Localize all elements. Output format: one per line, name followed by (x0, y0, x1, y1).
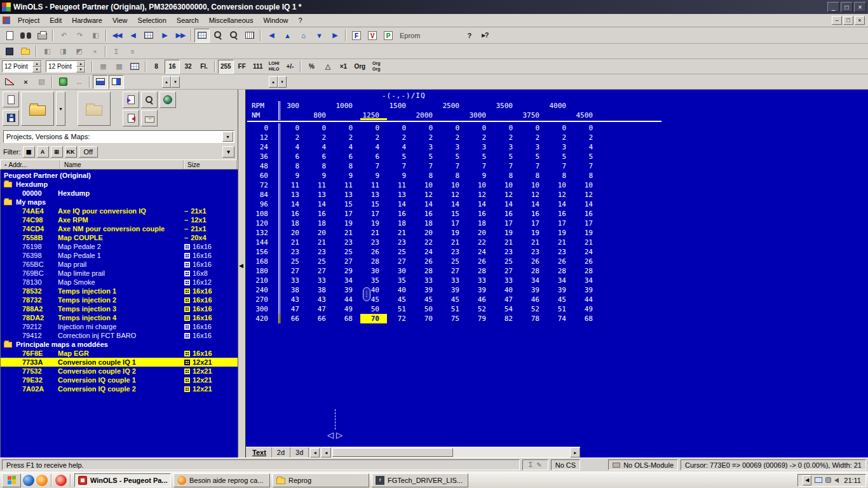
map-cell-96-4000[interactable]: 14 (547, 200, 574, 209)
map-cell-48-4500[interactable]: 7 (574, 161, 600, 171)
map-cell-120-1500[interactable]: 18 (387, 219, 414, 228)
last-version-button[interactable]: ▶▶ (173, 29, 188, 43)
map-cell-12-4000[interactable]: 2 (547, 133, 574, 142)
map-cell-132-1250[interactable]: 21 (360, 228, 387, 238)
tree-row-my-maps[interactable]: My maps (1, 198, 238, 207)
device-tray-icon[interactable] (825, 477, 831, 483)
value-stepper-2[interactable]: ▴▾ (269, 76, 287, 88)
child-restore-button[interactable]: □ (843, 16, 853, 25)
map-cell-420-3500[interactable]: 82 (494, 314, 520, 323)
flash-indicator[interactable]: F (349, 29, 364, 43)
map-cell-60-3000[interactable]: 9 (467, 171, 494, 180)
task-fgtech-driver-lis[interactable]: fFGTech_DRIVER_LIS... (372, 473, 468, 487)
map-cell-240-2000[interactable]: 39 (414, 285, 440, 295)
map-cell-132-300[interactable]: 20 (280, 228, 307, 238)
menu-project[interactable]: Project (13, 15, 44, 25)
map-cell-300-4500[interactable]: 49 (574, 304, 600, 314)
map-cell-180-3750[interactable]: 28 (520, 266, 547, 276)
mail-button[interactable] (141, 110, 158, 126)
tray-expand-button[interactable]: ◀ (803, 475, 811, 485)
map-cell-96-2500[interactable]: 14 (440, 200, 467, 209)
map-cell-24-800[interactable]: 4 (307, 142, 334, 152)
map-cell-180-2000[interactable]: 28 (414, 266, 440, 276)
map-cell-36-800[interactable]: 6 (307, 152, 334, 161)
bits-8-button[interactable]: 8 (149, 60, 164, 74)
paste-map-button[interactable]: ◩ (71, 44, 86, 58)
save-version-button[interactable] (3, 110, 19, 126)
map-cell-12-2000[interactable]: 2 (414, 133, 440, 142)
map-cell-240-1000[interactable]: 39 (334, 285, 360, 295)
map-cell-36-1000[interactable]: 6 (334, 152, 360, 161)
map-cell-144-4500[interactable]: 21 (574, 238, 600, 247)
tab-scroll-left-button[interactable]: ◂ (310, 448, 320, 458)
map-cell-210-3500[interactable]: 33 (494, 276, 520, 285)
filter-maps-button[interactable]: ▦ (23, 146, 35, 158)
map-cell-60-3750[interactable]: 8 (520, 171, 547, 180)
task-besoin-aide-reprog-ca[interactable]: Besoin aide reprog ca... (173, 473, 270, 487)
map-cell-168-2500[interactable]: 25 (440, 257, 467, 266)
open-project-button[interactable] (21, 92, 54, 126)
map-cell-240-800[interactable]: 38 (307, 285, 334, 295)
version-grid-button[interactable] (141, 29, 156, 43)
map-cell-120-300[interactable]: 18 (280, 219, 307, 228)
map-cell-240-3000[interactable]: 39 (467, 285, 494, 295)
map-cell-168-3000[interactable]: 26 (467, 257, 494, 266)
print-button[interactable] (34, 29, 50, 43)
map-cell-420-4500[interactable]: 68 (574, 314, 600, 323)
map-cell-24-2500[interactable]: 3 (440, 142, 467, 152)
map-cell-60-4000[interactable]: 8 (547, 171, 574, 180)
map-cell-240-4500[interactable]: 39 (574, 285, 600, 295)
map-cell-24-3000[interactable]: 3 (467, 142, 494, 152)
map-cell-120-4500[interactable]: 17 (574, 219, 600, 228)
map-cell-420-1000[interactable]: 68 (334, 314, 360, 323)
map-cell-420-300[interactable]: 66 (280, 314, 307, 323)
map-cell-270-1500[interactable]: 45 (387, 295, 414, 304)
map-cell-12-3000[interactable]: 2 (467, 133, 494, 142)
map-cell-48-1250[interactable]: 7 (360, 161, 387, 171)
map-cell-180-4000[interactable]: 28 (547, 266, 574, 276)
map-cell-60-2000[interactable]: 8 (414, 171, 440, 180)
map-cell-24-3500[interactable]: 3 (494, 142, 520, 152)
map-cell-0-1500[interactable]: 0 (387, 123, 414, 133)
column-header-name[interactable]: Name (60, 160, 184, 169)
map-cell-180-4500[interactable]: 28 (574, 266, 600, 276)
project-indicator[interactable]: P (381, 29, 396, 43)
map-cell-180-3000[interactable]: 28 (467, 266, 494, 276)
map-cell-12-1000[interactable]: 2 (334, 133, 360, 142)
tree-row-79412[interactable]: 79412Correction inj FCT BARO16x16 (1, 331, 238, 340)
map-cell-48-3500[interactable]: 7 (494, 161, 520, 171)
map-cell-144-3000[interactable]: 22 (467, 238, 494, 247)
new-button[interactable] (2, 29, 17, 43)
map-cell-72-4500[interactable]: 10 (574, 180, 600, 190)
map-cell-132-4000[interactable]: 19 (547, 228, 574, 238)
map-cell-420-2000[interactable]: 70 (414, 314, 440, 323)
map-cell-270-2500[interactable]: 45 (440, 295, 467, 304)
map-cell-108-1500[interactable]: 16 (387, 209, 414, 219)
map-cell-168-1250[interactable]: 28 (360, 257, 387, 266)
value-stepper-1[interactable]: ▴▾ (162, 76, 180, 88)
map-cell-180-3500[interactable]: 27 (494, 266, 520, 276)
map-cell-72-3000[interactable]: 10 (467, 180, 494, 190)
map-cell-420-1500[interactable]: 72 (387, 314, 414, 323)
map-cell-84-4500[interactable]: 12 (574, 190, 600, 200)
map-cell-72-4000[interactable]: 10 (547, 180, 574, 190)
menu-search[interactable]: Search (172, 15, 204, 25)
map-cell-60-800[interactable]: 9 (307, 171, 334, 180)
tree-row-76f8e[interactable]: 76F8EMap EGR16x16 (1, 349, 238, 358)
map-cell-24-3750[interactable]: 3 (520, 142, 547, 152)
map-cell-300-3500[interactable]: 54 (494, 304, 520, 314)
map-cell-36-1500[interactable]: 5 (387, 152, 414, 161)
map-cell-270-1000[interactable]: 44 (334, 295, 360, 304)
tree-row-77532[interactable]: 77532Conversion couple IQ 212x21 (1, 367, 238, 376)
map-cell-210-3000[interactable]: 33 (467, 276, 494, 285)
map-cell-72-1000[interactable]: 11 (334, 180, 360, 190)
map-cell-84-3500[interactable]: 12 (494, 190, 520, 200)
signed-view-button[interactable]: +/- (282, 60, 297, 74)
byte-order-button[interactable]: LOHIHILO (266, 60, 282, 74)
menu-help[interactable]: ? (294, 15, 308, 25)
map-cell-156-1000[interactable]: 25 (334, 247, 360, 257)
value-stepper-2-down[interactable]: ▾ (278, 76, 287, 88)
map-cell-156-2500[interactable]: 23 (440, 247, 467, 257)
map-cell-72-3750[interactable]: 10 (520, 180, 547, 190)
display-tray-icon[interactable] (815, 477, 822, 483)
